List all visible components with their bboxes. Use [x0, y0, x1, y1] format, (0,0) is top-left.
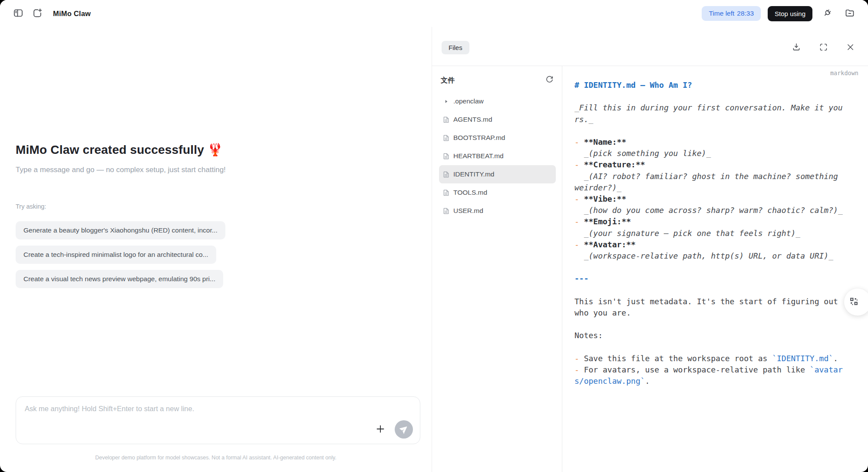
app-window: MiMo Claw Time left 28:33 Stop using [0, 0, 868, 472]
download-button[interactable] [790, 41, 803, 54]
file-tree-header: 文件 [439, 74, 556, 87]
file-icon [442, 153, 449, 160]
file-name: BOOTSTRAP.md [453, 134, 505, 142]
md-line: This isn't just metadata. It's the start… [574, 296, 844, 319]
file-icon [442, 189, 449, 196]
files-panel-header: Files [432, 27, 868, 66]
md-line: _Fill this in during your first conversa… [574, 102, 844, 125]
close-icon [846, 43, 855, 53]
file-list: .openclawAGENTS.mdBOOTSTRAP.mdHEARTBEAT.… [439, 92, 556, 220]
md-line: - **Emoji:** [574, 216, 844, 227]
md-line [574, 285, 844, 296]
panel-left-icon [13, 8, 23, 20]
md-line: _(pick something you like)_ [574, 148, 844, 159]
md-line [574, 342, 844, 353]
md-line: - **Avatar:** [574, 239, 844, 250]
try-asking-label: Try asking: [16, 203, 225, 210]
app-title: MiMo Claw [53, 10, 91, 18]
qr-button[interactable] [844, 289, 868, 316]
md-line: - **Vibe:** [574, 193, 844, 205]
main-area: MiMo Claw created successfully 🦞 Type a … [0, 27, 868, 472]
maximize-icon [819, 43, 828, 53]
file-name: IDENTITY.md [453, 170, 494, 178]
time-left-value: 28:33 [737, 10, 754, 17]
welcome-block: MiMo Claw created successfully 🦞 Type a … [16, 143, 226, 174]
file-name: HEARTBEAT.md [453, 152, 504, 160]
md-line: _(how do you come across? sharp? warm? c… [574, 205, 844, 216]
input-actions [374, 420, 413, 439]
try-asking-block: Try asking: Generate a beauty blogger's … [16, 203, 225, 288]
file-icon [442, 171, 449, 178]
chevron-right-icon [442, 99, 449, 104]
topbar-left: MiMo Claw [10, 6, 91, 21]
topbar-right: Time left 28:33 Stop using [702, 6, 858, 21]
file-row[interactable]: BOOTSTRAP.md [439, 129, 556, 147]
new-chat-button[interactable] [30, 6, 45, 21]
md-line: _(your signature — pick one that feels r… [574, 228, 844, 239]
qr-code-icon [849, 296, 859, 308]
file-row[interactable]: IDENTITY.md [439, 165, 556, 183]
file-row[interactable]: USER.md [439, 202, 556, 220]
suggestion-chip[interactable]: Generate a beauty blogger's Xiaohongshu … [16, 221, 225, 239]
welcome-heading: MiMo Claw created successfully 🦞 [16, 143, 226, 157]
sidebar-toggle-button[interactable] [10, 6, 26, 21]
suggestion-chip[interactable]: Create a visual tech news preview webpag… [16, 270, 223, 288]
plug-icon [822, 8, 832, 20]
fullscreen-button[interactable] [817, 41, 830, 54]
md-line: - Save this file at the workspace root a… [574, 353, 844, 364]
close-panel-button[interactable] [844, 41, 857, 54]
new-chat-icon [32, 8, 43, 20]
files-shortcut-button[interactable] [842, 6, 858, 21]
file-tree: 文件 .openclawAGENTS.mdBOOTSTRAP.mdHEARTBE… [432, 66, 562, 472]
refresh-button[interactable] [543, 74, 556, 87]
refresh-icon [545, 76, 554, 85]
md-line: _(workspace-relative path, http(s) URL, … [574, 250, 844, 262]
md-line: - For avatars, use a workspace-relative … [574, 364, 844, 387]
message-input-box [16, 396, 420, 444]
file-row[interactable]: TOOLS.md [439, 183, 556, 202]
message-input[interactable] [16, 397, 420, 423]
md-line: _(AI? robot? familiar? ghost in the mach… [574, 171, 844, 193]
download-icon [792, 42, 801, 53]
md-line: # IDENTITY.md — Who Am I? [574, 80, 844, 91]
plus-icon [376, 424, 385, 435]
suggestion-list: Generate a beauty blogger's Xiaohongshu … [16, 221, 225, 288]
file-name: TOOLS.md [453, 189, 487, 196]
md-line [574, 319, 844, 330]
md-line: - **Creature:** [574, 159, 844, 170]
send-icon [399, 425, 408, 435]
markdown-viewer: markdown # IDENTITY.md — Who Am I?_Fill … [562, 66, 868, 472]
send-button[interactable] [395, 420, 413, 439]
input-disclaimer: Developer demo platform for model showca… [0, 455, 432, 461]
md-line: --- [574, 273, 844, 284]
topbar: MiMo Claw Time left 28:33 Stop using [0, 0, 868, 27]
file-row[interactable]: .openclaw [439, 92, 556, 110]
markdown-content: # IDENTITY.md — Who Am I?_Fill this in d… [574, 80, 844, 387]
md-line [574, 125, 844, 136]
md-line: Notes: [574, 330, 844, 341]
file-name: USER.md [453, 207, 483, 215]
language-badge: markdown [830, 70, 858, 76]
connect-button[interactable] [819, 6, 835, 21]
folder-minus-icon [845, 8, 855, 20]
md-line [574, 262, 844, 273]
file-icon [442, 134, 449, 142]
chat-column: MiMo Claw created successfully 🦞 Type a … [0, 27, 432, 472]
files-panel-header-icons [790, 41, 857, 54]
attach-button[interactable] [374, 423, 387, 436]
md-line: - **Name:** [574, 136, 844, 148]
file-tree-title: 文件 [441, 76, 455, 85]
file-icon [442, 116, 449, 123]
files-tab[interactable]: Files [442, 41, 469, 54]
stop-using-button[interactable]: Stop using [768, 6, 812, 21]
file-icon [442, 207, 449, 215]
suggestion-chip[interactable]: Create a tech-inspired minimalist logo f… [16, 246, 216, 264]
files-panel: Files [432, 27, 868, 472]
md-line [574, 91, 844, 102]
file-row[interactable]: AGENTS.md [439, 110, 556, 129]
time-left-badge[interactable]: Time left 28:33 [702, 6, 761, 21]
file-row[interactable]: HEARTBEAT.md [439, 147, 556, 165]
file-name: .openclaw [453, 97, 484, 105]
file-name: AGENTS.md [453, 116, 492, 123]
files-panel-body: 文件 .openclawAGENTS.mdBOOTSTRAP.mdHEARTBE… [432, 66, 868, 472]
